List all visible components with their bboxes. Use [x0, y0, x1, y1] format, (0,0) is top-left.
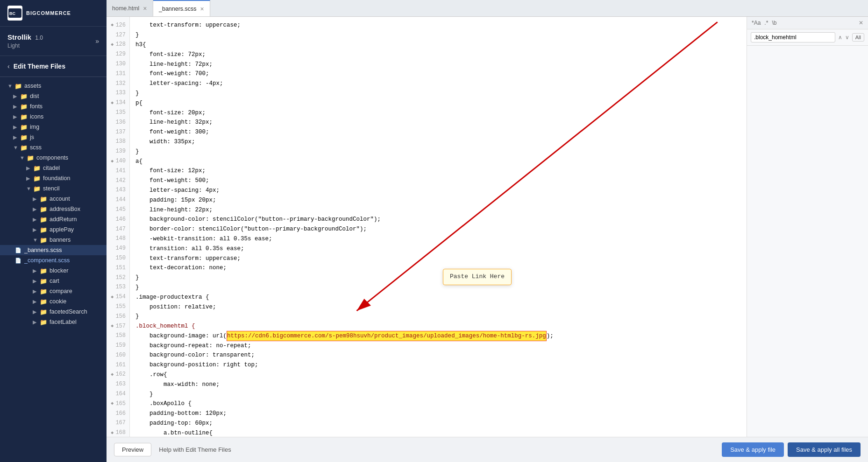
caret-icon: ▼: [26, 186, 32, 191]
right-panel-header: *Aa .* \b ✕: [747, 17, 868, 29]
caret-down-icon[interactable]: ∧: [838, 34, 842, 41]
tree-item-foundation[interactable]: ▶📁foundation: [0, 173, 107, 183]
word-boundary-icon[interactable]: \b: [772, 20, 776, 26]
tree-item-applePay[interactable]: ▶📁applePay: [0, 224, 107, 235]
search-input-right[interactable]: [751, 32, 835, 42]
tree-item-fonts[interactable]: ▶📁fonts: [0, 101, 107, 112]
line-number-153: 153: [107, 283, 129, 293]
tree-label: compare: [50, 288, 72, 294]
close-right-panel-icon[interactable]: ✕: [859, 20, 863, 26]
main-content: home.html×_banners.scss× ◆126127◆1281291…: [107, 0, 868, 462]
tree-item-icons[interactable]: ▶📁icons: [0, 112, 107, 122]
sidebar: BC BIGCOMMERCE Strollik 1.0 Light » ‹ Ed…: [0, 0, 107, 462]
tree-item-stencil[interactable]: ▼📁stencil: [0, 183, 107, 194]
logo-icon: BC: [7, 6, 22, 21]
right-panel: *Aa .* \b ✕ ∧ ∨ All: [747, 17, 868, 437]
tree-item-compare[interactable]: ▶📁compare: [0, 286, 107, 296]
tree-label: citadel: [43, 165, 60, 171]
caret-icon: ▶: [13, 124, 19, 130]
line-number-147: 147: [107, 224, 129, 234]
folder-icon: 📁: [40, 277, 47, 285]
tree-item-facetedSearch[interactable]: ▶📁facetedSearch: [0, 307, 107, 317]
editor-tab-home-html[interactable]: home.html×: [107, 0, 153, 16]
tree-item-blocker[interactable]: ▶📁blocker: [0, 266, 107, 276]
code-line-126: text-transform: uppercase;: [135, 21, 741, 30]
folder-icon: 📁: [40, 205, 47, 213]
tab-close-icon[interactable]: ×: [143, 5, 147, 12]
tree-label: stencil: [43, 185, 59, 192]
tree-label: addressBox: [50, 206, 80, 212]
folder-icon: 📁: [20, 144, 28, 151]
code-area[interactable]: ◆126127◆128129130131132133◆1341351361371…: [107, 17, 747, 437]
tree-label: banners: [50, 237, 71, 243]
tree-label: img: [30, 124, 39, 130]
line-number-132: 132: [107, 79, 129, 89]
regex-icon[interactable]: .*: [764, 20, 768, 26]
tree-item-facetLabel[interactable]: ▶📁facetLabel: [0, 317, 107, 327]
tree-item-banners[interactable]: ▼📁banners: [0, 235, 107, 245]
theme-info: Strollik 1.0 Light »: [0, 27, 107, 56]
edit-theme-label: Edit Theme Files: [14, 63, 65, 70]
code-line-162: .row{: [135, 370, 741, 380]
tree-item-_banners.scss[interactable]: 📄_banners.scss: [0, 245, 107, 255]
save-file-button[interactable]: Save & apply file: [722, 442, 784, 457]
tree-label: _component.scss: [24, 257, 70, 264]
caret-icon: ▶: [33, 319, 38, 325]
caret-up-icon[interactable]: ∨: [845, 34, 849, 41]
tree-item-account[interactable]: ▶📁account: [0, 194, 107, 204]
tree-item-addressBox[interactable]: ▶📁addressBox: [0, 204, 107, 214]
line-number-160: 160: [107, 350, 129, 360]
line-number-167: 167: [107, 419, 129, 428]
folder-icon: 📁: [40, 287, 47, 295]
folder-icon: 📁: [20, 103, 28, 110]
code-line-131: font-weight: 700;: [135, 69, 741, 79]
line-number-130: 130: [107, 59, 129, 69]
caret-icon: ▶: [33, 288, 38, 294]
tab-close-icon[interactable]: ×: [200, 6, 204, 12]
tree-label: assets: [24, 83, 41, 89]
tree-item-dist[interactable]: ▶📁dist: [0, 91, 107, 101]
collapse-sidebar-icon[interactable]: »: [95, 37, 99, 45]
tree-label: blocker: [50, 267, 68, 274]
tree-item-scss[interactable]: ▼📁scss: [0, 142, 107, 153]
tree-item-js[interactable]: ▶📁js: [0, 132, 107, 142]
theme-variant: Light: [7, 42, 43, 49]
help-link[interactable]: Help with Edit Theme Files: [159, 446, 231, 453]
tree-item-img[interactable]: ▶📁img: [0, 122, 107, 132]
search-all-btn[interactable]: All: [852, 33, 864, 42]
code-line-154: .image-productextra {: [135, 292, 741, 302]
line-number-128: ◆128: [107, 40, 129, 50]
line-number-145: 145: [107, 205, 129, 215]
code-line-137: font-weight: 300;: [135, 127, 741, 137]
code-content[interactable]: text-transform: uppercase;}h3{ font-size…: [130, 17, 747, 437]
code-line-139: }: [135, 147, 741, 156]
match-case-icon[interactable]: *Aa: [752, 20, 761, 26]
line-number-155: 155: [107, 302, 129, 312]
paste-link-tooltip[interactable]: Paste Link Here: [443, 269, 512, 285]
tree-item-assets[interactable]: ▼📁assets: [0, 81, 107, 91]
line-number-133: 133: [107, 89, 129, 98]
tree-item-_component.scss[interactable]: 📄_component.scss: [0, 255, 107, 266]
caret-icon: ▶: [13, 93, 19, 99]
folder-icon: 📁: [40, 216, 47, 223]
tree-item-cart[interactable]: ▶📁cart: [0, 276, 107, 286]
tree-label: addReturn: [50, 216, 77, 223]
edit-theme-nav[interactable]: ‹ Edit Theme Files: [0, 56, 107, 77]
line-number-134: ◆134: [107, 98, 129, 108]
line-number-166: 166: [107, 409, 129, 419]
save-all-button[interactable]: Save & apply all files: [788, 442, 861, 457]
line-number-141: 141: [107, 166, 129, 176]
line-number-150: 150: [107, 253, 129, 263]
tree-label: cart: [50, 278, 59, 284]
file-tree: ▼📁assets▶📁dist▶📁fonts▶📁icons▶📁img▶📁js▼📁s…: [0, 77, 107, 462]
search-bar-right: ∧ ∨ All: [747, 29, 868, 46]
line-number-127: 127: [107, 30, 129, 40]
tree-item-cookie[interactable]: ▶📁cookie: [0, 296, 107, 307]
tree-item-citadel[interactable]: ▶📁citadel: [0, 163, 107, 173]
tree-label: js: [30, 134, 34, 140]
tree-item-addReturn[interactable]: ▶📁addReturn: [0, 214, 107, 224]
editor-tab-banners-scss[interactable]: _banners.scss×: [153, 0, 210, 16]
preview-button[interactable]: Preview: [114, 443, 151, 456]
tree-item-components[interactable]: ▼📁components: [0, 153, 107, 163]
folder-icon: 📁: [40, 318, 47, 326]
